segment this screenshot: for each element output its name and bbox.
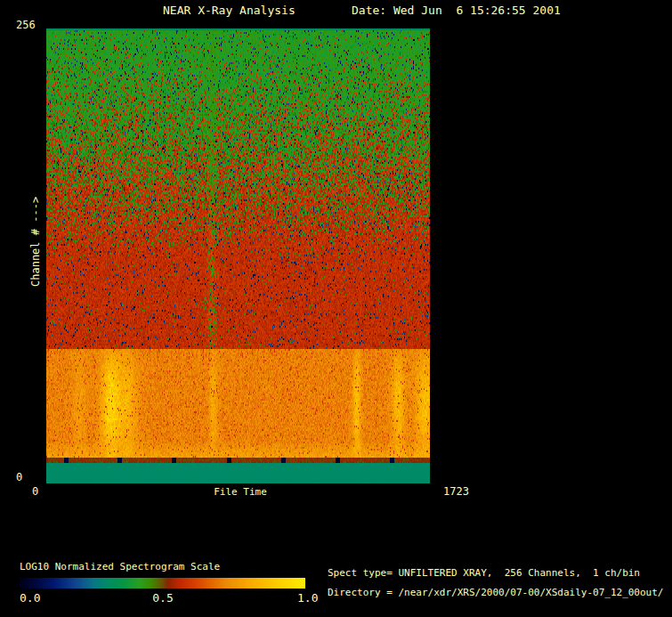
colorbar-tick-min: 0.0 bbox=[20, 592, 40, 605]
colorbar-canvas bbox=[20, 578, 305, 589]
colorbar-tick-mid: 0.5 bbox=[144, 592, 182, 605]
y-axis-max-tick: 256 bbox=[16, 20, 36, 31]
spectrogram-canvas bbox=[46, 28, 430, 483]
x-axis-min-tick: 0 bbox=[32, 486, 38, 498]
spect-type-line: Spect type= UNFILTERED XRAY, 256 Channel… bbox=[328, 568, 640, 579]
x-axis-label: File Time bbox=[209, 487, 271, 498]
date-label: Date: Wed Jun 6 15:26:55 2001 bbox=[352, 4, 561, 17]
colorbar-tick-max: 1.0 bbox=[297, 592, 318, 605]
near-xray-analysis-window: NEAR X-Ray Analysis Date: Wed Jun 6 15:2… bbox=[0, 0, 672, 617]
directory-line: Directory = /near/xdr/XRS/2000/07-00/XSd… bbox=[328, 588, 664, 598]
y-axis-min-tick: 0 bbox=[16, 472, 22, 483]
y-axis-label: Channel # ---> bbox=[29, 171, 42, 287]
x-axis-max-tick: 1723 bbox=[443, 486, 469, 498]
page-title: NEAR X-Ray Analysis bbox=[163, 4, 296, 17]
colorbar-title: LOG10 Normalized Spectrogram Scale bbox=[20, 562, 220, 572]
